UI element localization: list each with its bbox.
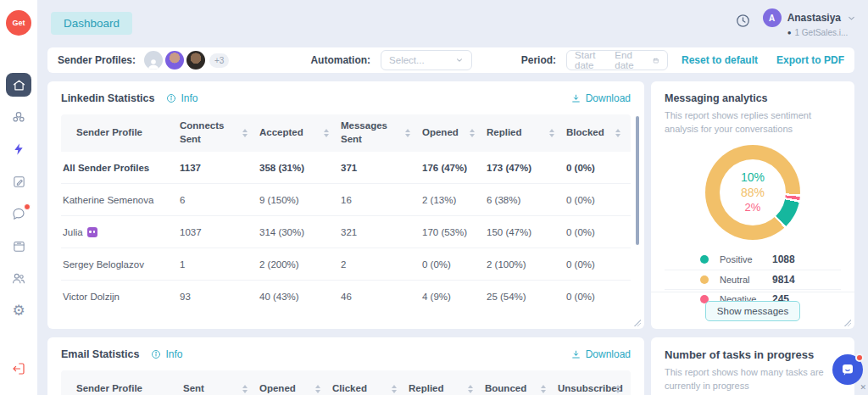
donut-percentage-label: 2%: [745, 201, 761, 215]
column-header[interactable]: Unsubscribed: [556, 377, 631, 395]
sort-arrows-icon[interactable]: [470, 129, 475, 137]
linkedin-download-button[interactable]: Download: [570, 92, 631, 104]
sort-arrows-icon[interactable]: [242, 385, 248, 393]
clock-icon[interactable]: [735, 13, 751, 32]
stat-cell: 1137: [178, 159, 258, 176]
period-label: Period:: [521, 54, 556, 66]
period-date-range[interactable]: Start date End date: [566, 50, 668, 70]
sender-profile-cell: Julia: [61, 224, 178, 241]
column-header-label: Clicked: [332, 382, 367, 395]
column-header-label: Blocked: [566, 126, 604, 140]
sidebar-item-automation[interactable]: [6, 137, 31, 161]
column-header[interactable]: Replied: [485, 121, 565, 145]
automation-select[interactable]: Select...: [381, 50, 472, 70]
legend-label: Positive: [720, 254, 772, 264]
chat-widget-icon: [840, 362, 855, 377]
stat-cell: 4 (9%): [420, 288, 485, 305]
stat-cell: 321: [339, 224, 420, 241]
table-row[interactable]: Julia1037314 (30%)321170 (53%)150 (47%)0…: [61, 216, 631, 248]
linkedin-info-link[interactable]: Info: [166, 92, 198, 104]
column-header[interactable]: Connects Sent: [178, 114, 258, 151]
column-header-label: Replied: [409, 382, 444, 395]
sort-arrows-icon[interactable]: [392, 385, 397, 393]
sort-arrows-icon[interactable]: [468, 385, 473, 393]
stat-cell: 25 (54%): [485, 288, 565, 305]
resize-handle[interactable]: [844, 320, 851, 326]
resize-handle[interactable]: [634, 320, 641, 326]
sender-profile-cell: Sergey Beloglazov: [61, 256, 178, 273]
sidebar-nav: ⚙: [6, 73, 31, 322]
sidebar-item-settings[interactable]: ⚙: [6, 298, 31, 322]
sidebar-item-inbox[interactable]: [6, 234, 31, 258]
sort-arrows-icon[interactable]: [242, 129, 248, 137]
table-row[interactable]: Sergey Beloglazov12 (200%)20 (0%)2 (100%…: [61, 248, 631, 281]
sidebar-item-team[interactable]: [6, 266, 31, 290]
column-header-label: Opened: [259, 382, 296, 395]
legend-color-dot: [700, 275, 709, 284]
gear-icon: ⚙: [12, 303, 25, 318]
sidebar-item-home[interactable]: [6, 73, 31, 97]
email-download-button[interactable]: Download: [570, 348, 631, 360]
lightning-icon: [12, 142, 25, 156]
column-header-label: Messages Sent: [341, 120, 393, 146]
sidebar-item-contacts[interactable]: [6, 105, 31, 129]
sort-arrows-icon[interactable]: [541, 385, 546, 393]
sort-arrows-icon[interactable]: [324, 129, 329, 137]
chat-close-icon[interactable]: ✕: [860, 383, 866, 392]
table-row[interactable]: All Sender Profiles1137358 (31%)371176 (…: [61, 152, 631, 184]
column-header[interactable]: Replied: [407, 377, 483, 395]
stat-cell: 2 (13%): [420, 192, 485, 209]
stat-cell: 150 (47%): [485, 224, 565, 241]
filter-bar: Sender Profiles: +3 Automation: Select..…: [47, 47, 854, 73]
column-header[interactable]: Messages Sent: [339, 114, 420, 151]
reset-to-default-button[interactable]: Reset to default: [682, 54, 758, 66]
sort-arrows-icon[interactable]: [615, 129, 620, 137]
column-header[interactable]: Accepted: [258, 121, 339, 145]
legend-value: 9814: [772, 274, 795, 286]
sort-arrows-icon[interactable]: [549, 129, 554, 137]
column-header-label: Sender Profile: [76, 382, 142, 395]
column-header-label: Bounced: [485, 382, 526, 395]
table-row[interactable]: Katherine Semenova69 (150%)162 (13%)6 (3…: [61, 184, 631, 216]
more-avatars-chip[interactable]: +3: [209, 53, 229, 68]
sidebar-item-compose[interactable]: [6, 170, 31, 193]
account-status-dot: ●: [787, 29, 792, 36]
table-scrollbar[interactable]: [636, 116, 639, 245]
legend-row: Positive1088: [665, 250, 841, 270]
calendar-icon: [653, 55, 659, 66]
column-header[interactable]: Blocked: [565, 121, 631, 145]
end-date-input[interactable]: End date: [615, 50, 637, 70]
start-date-input[interactable]: Start date: [575, 50, 599, 70]
chat-notification-dot: [855, 353, 864, 362]
sender-profiles-label: Sender Profiles:: [58, 54, 136, 66]
avatar-photo-1: [165, 51, 184, 70]
email-info-link[interactable]: Info: [151, 348, 182, 360]
automation-label: Automation:: [310, 54, 370, 66]
app-logo[interactable]: Get: [6, 10, 31, 36]
column-header[interactable]: Bounced: [483, 377, 556, 395]
column-header[interactable]: Clicked: [331, 377, 407, 395]
export-to-pdf-button[interactable]: Export to PDF: [776, 54, 844, 66]
stat-cell: 46: [339, 288, 420, 305]
sort-arrows-icon[interactable]: [615, 385, 620, 393]
stat-cell: 0 (0%): [565, 256, 631, 273]
sidebar-item-chats[interactable]: [6, 202, 31, 225]
sidebar: Get: [0, 0, 37, 395]
user-menu[interactable]: A Anastasiya ●1 GetSales.i...: [763, 8, 856, 37]
show-messages-button[interactable]: Show messages: [705, 301, 800, 321]
column-header[interactable]: Opened: [258, 377, 331, 395]
logout-button[interactable]: [0, 361, 37, 380]
stat-cell: 93: [178, 288, 258, 305]
column-header[interactable]: Opened: [420, 121, 485, 145]
legend-value: 1088: [772, 253, 795, 265]
table-row[interactable]: Victor Dolzijn9340 (43%)464 (9%)25 (54%)…: [61, 281, 631, 313]
tasks-in-progress-card: Number of tasks in progress This report …: [651, 337, 854, 395]
sender-profiles-avatars[interactable]: +3: [144, 51, 229, 70]
column-header[interactable]: Sent: [181, 377, 258, 395]
donut-center-labels: 10%88%2%: [720, 159, 786, 225]
sort-arrows-icon[interactable]: [315, 385, 320, 393]
compose-icon: [12, 175, 26, 189]
sort-arrows-icon[interactable]: [405, 129, 410, 137]
sentiment-donut-chart[interactable]: 10%88%2%: [705, 145, 800, 240]
stat-cell: 0 (0%): [420, 256, 485, 273]
